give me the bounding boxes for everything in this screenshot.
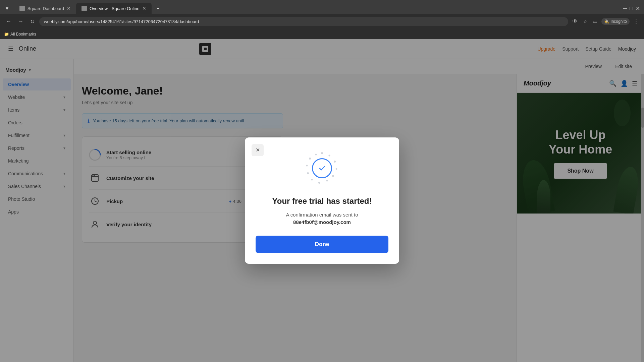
back-button[interactable]: ← — [4, 17, 13, 26]
bookmark-icon[interactable]: ☆ — [582, 17, 589, 26]
minimize-button[interactable]: ─ — [623, 5, 627, 11]
svg-point-10 — [321, 152, 323, 154]
nav-actions: 👁 ☆ ▭ 🕵 Incognito ⋮ — [571, 17, 640, 26]
modal-overlay[interactable]: ✕ — [0, 39, 644, 362]
svg-point-21 — [315, 154, 317, 155]
tab-list-button[interactable]: ▼ — [3, 4, 11, 12]
tab-bar: ▼ Square Dashboard ✕ Overview - Square O… — [0, 0, 644, 14]
tab1-favicon — [19, 6, 25, 11]
svg-point-20 — [309, 158, 311, 160]
tab2-close[interactable]: ✕ — [142, 6, 146, 11]
eye-off-icon[interactable]: 👁 — [571, 17, 579, 26]
maximize-button[interactable]: □ — [630, 5, 633, 11]
tab-square-dashboard[interactable]: Square Dashboard ✕ — [14, 3, 76, 14]
modal-done-button[interactable]: Done — [256, 236, 388, 253]
modal-body-line1: A confirmation email was sent to — [286, 212, 358, 218]
bookmarks-bar: 📁 All Bookmarks — [0, 29, 644, 39]
address-bar[interactable] — [39, 17, 568, 26]
svg-point-13 — [336, 168, 337, 170]
browser-chrome: ▼ Square Dashboard ✕ Overview - Square O… — [0, 0, 644, 39]
incognito-badge: 🕵 Incognito — [601, 18, 630, 25]
menu-dots-icon[interactable]: ⋮ — [632, 17, 640, 26]
tab2-favicon — [82, 6, 87, 11]
trial-started-modal: ✕ — [245, 137, 399, 264]
svg-point-15 — [326, 180, 328, 181]
incognito-label: Incognito — [610, 19, 627, 24]
forward-button[interactable]: → — [16, 17, 25, 26]
cast-icon[interactable]: ▭ — [591, 17, 599, 26]
svg-point-16 — [318, 182, 320, 184]
tab1-title: Square Dashboard — [28, 6, 64, 11]
new-tab-button[interactable]: + — [152, 3, 165, 14]
modal-email: 88e4fb0f@moodjoy.com — [293, 219, 351, 225]
bookmarks-label: 📁 All Bookmarks — [4, 32, 36, 37]
modal-check-icon — [312, 158, 332, 178]
svg-point-11 — [329, 155, 330, 156]
nav-bar: ← → ↻ 👁 ☆ ▭ 🕵 Incognito ⋮ — [0, 14, 644, 29]
reload-button[interactable]: ↻ — [28, 17, 37, 26]
tab1-close[interactable]: ✕ — [67, 6, 71, 11]
svg-point-19 — [306, 165, 308, 166]
folder-icon: 📁 — [4, 32, 9, 37]
modal-body: A confirmation email was sent to 88e4fb0… — [256, 211, 388, 226]
svg-point-18 — [307, 172, 309, 174]
modal-title: Your free trial has started! — [256, 196, 388, 206]
tab2-title: Overview - Square Online — [90, 6, 140, 11]
modal-icon-area — [256, 148, 388, 188]
svg-point-17 — [311, 179, 313, 180]
tab-overview-square-online[interactable]: Overview - Square Online ✕ — [76, 3, 152, 14]
svg-point-14 — [332, 175, 334, 177]
incognito-icon: 🕵 — [604, 19, 609, 24]
close-window-button[interactable]: ✕ — [636, 5, 640, 12]
svg-point-12 — [334, 161, 336, 163]
